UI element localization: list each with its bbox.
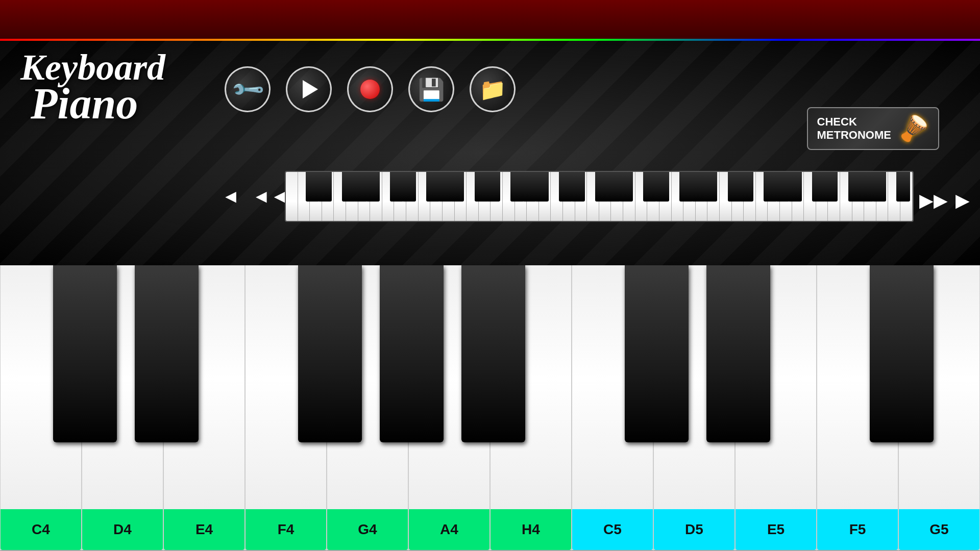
key-label-e4: E4 bbox=[164, 509, 244, 550]
key-label-h4: H4 bbox=[491, 509, 571, 550]
key-label-c5: C5 bbox=[572, 509, 653, 550]
save-icon: 💾 bbox=[418, 77, 445, 102]
record-icon bbox=[360, 80, 380, 99]
record-button[interactable] bbox=[347, 66, 393, 112]
piano-key-as4[interactable] bbox=[461, 265, 525, 442]
metronome-text-block: CHECK METRONOME bbox=[817, 115, 891, 142]
metronome-icon: 🪘 bbox=[898, 114, 929, 143]
piano-area: C4D4E4F4G4A4H4C5D5E5F5G5 bbox=[0, 265, 980, 551]
nav-right-single[interactable]: ▶ bbox=[955, 190, 970, 211]
controls-row: 🔧 💾 📁 bbox=[225, 66, 516, 112]
piano-key-cs4[interactable] bbox=[53, 265, 117, 442]
nav-left-single[interactable]: ◄ bbox=[219, 186, 242, 207]
piano-key-fs5[interactable] bbox=[870, 265, 934, 442]
top-bar bbox=[0, 0, 980, 41]
piano-key-cs5[interactable] bbox=[625, 265, 689, 442]
piano-key-fs4[interactable] bbox=[298, 265, 362, 442]
app-logo: Keyboard Piano bbox=[20, 51, 165, 123]
right-arrows: ▶▶ ▶ bbox=[919, 190, 970, 211]
key-label-f5: F5 bbox=[817, 509, 898, 550]
play-button[interactable] bbox=[286, 66, 332, 112]
piano-key-ds5[interactable] bbox=[706, 265, 770, 442]
logo-piano: Piano bbox=[31, 84, 165, 123]
main-area: Keyboard Piano 🔧 💾 📁 ◄ ◄◄ bbox=[0, 41, 980, 265]
key-label-e5: E5 bbox=[736, 509, 816, 550]
check-metronome-button[interactable]: CHECK METRONOME 🪘 bbox=[807, 107, 939, 150]
key-label-g4: G4 bbox=[327, 509, 408, 550]
save-button[interactable]: 💾 bbox=[408, 66, 454, 112]
nav-right-double[interactable]: ▶▶ bbox=[919, 190, 948, 211]
mini-keyboard-row: ◄ ◄◄ const mk = document.currentScript.p… bbox=[219, 171, 914, 222]
mini-keyboard-display: const mk = document.currentScript.parent… bbox=[285, 171, 914, 222]
key-label-g5: G5 bbox=[899, 509, 979, 550]
piano-key-gs4[interactable] bbox=[380, 265, 444, 442]
key-label-c4: C4 bbox=[1, 509, 81, 550]
nav-left-double[interactable]: ◄◄ bbox=[252, 186, 275, 207]
settings-button[interactable]: 🔧 bbox=[225, 66, 271, 112]
piano-key-ds4[interactable] bbox=[135, 265, 199, 442]
folder-icon: 📁 bbox=[479, 77, 506, 102]
play-icon bbox=[303, 80, 318, 98]
key-label-d4: D4 bbox=[82, 509, 163, 550]
key-label-f4: F4 bbox=[246, 509, 326, 550]
key-label-d5: D5 bbox=[654, 509, 734, 550]
metronome-line1: CHECK bbox=[817, 115, 891, 129]
wrench-icon: 🔧 bbox=[229, 71, 265, 107]
open-button[interactable]: 📁 bbox=[470, 66, 516, 112]
metronome-line2: METRONOME bbox=[817, 129, 891, 142]
piano-keys-container: C4D4E4F4G4A4H4C5D5E5F5G5 bbox=[0, 265, 980, 551]
key-label-a4: A4 bbox=[409, 509, 489, 550]
